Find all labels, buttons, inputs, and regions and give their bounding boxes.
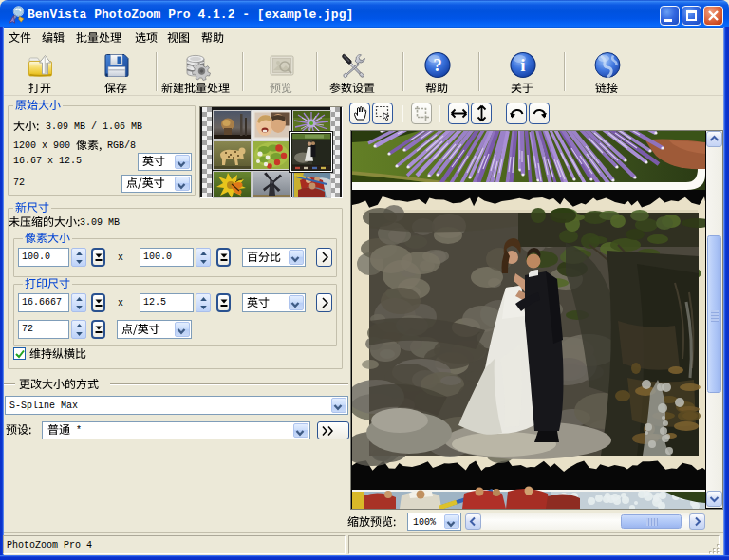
svg-text:i: i: [520, 55, 525, 75]
svg-text:?: ?: [433, 55, 442, 75]
